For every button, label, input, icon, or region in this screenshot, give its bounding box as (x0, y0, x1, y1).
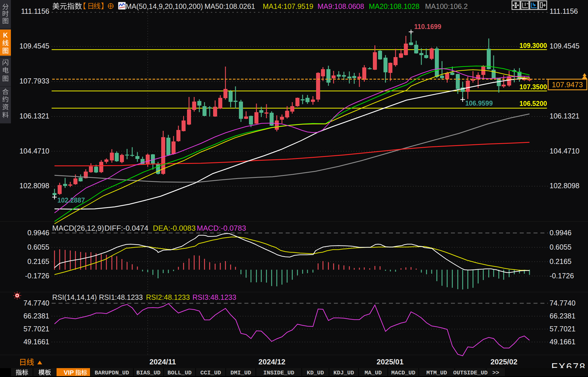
svg-text:MA50:108.0261: MA50:108.0261 (205, 2, 255, 10)
svg-text:RSI(14,14,14): RSI(14,14,14) (52, 293, 97, 301)
svg-text:RSI3:48.1233: RSI3:48.1233 (192, 293, 236, 301)
svg-text:0.6055: 0.6055 (28, 243, 49, 251)
svg-text:0.6055: 0.6055 (550, 243, 571, 251)
svg-text:RSI1:48.1233: RSI1:48.1233 (99, 293, 143, 301)
svg-text:MA_UD: MA_UD (365, 370, 382, 376)
svg-text:49.1661: 49.1661 (550, 338, 575, 346)
svg-text:106.9599: 106.9599 (465, 100, 493, 107)
svg-text:49.1661: 49.1661 (24, 338, 49, 346)
svg-text:K: K (3, 32, 8, 39)
svg-text:0.9946: 0.9946 (28, 229, 49, 237)
svg-text:2025/01: 2025/01 (377, 357, 404, 366)
svg-text:MA9:108.0608: MA9:108.0608 (318, 2, 364, 10)
svg-text:KD_UD: KD_UD (307, 370, 324, 376)
svg-text:106.1321: 106.1321 (20, 112, 49, 120)
svg-text:109.4545: 109.4545 (550, 42, 579, 50)
svg-text:107.7933: 107.7933 (20, 77, 49, 85)
svg-text:111.1156: 111.1156 (550, 7, 578, 15)
svg-text:110.1699: 110.1699 (414, 23, 441, 30)
svg-text:109.4545: 109.4545 (20, 42, 49, 50)
svg-text:106.1321: 106.1321 (550, 112, 579, 120)
svg-text:BIAS_UD: BIAS_UD (136, 370, 160, 376)
svg-text:106.5200: 106.5200 (519, 100, 547, 107)
svg-text:-0.1726: -0.1726 (550, 272, 574, 280)
svg-text:MACD:-0.0783: MACD:-0.0783 (197, 224, 246, 232)
svg-text:0.2165: 0.2165 (550, 257, 571, 265)
svg-text:MACD(26,12,9): MACD(26,12,9) (52, 224, 104, 232)
svg-text:2024/12: 2024/12 (258, 357, 285, 366)
svg-text:74.7740: 74.7740 (24, 299, 49, 307)
svg-text:0.2165: 0.2165 (28, 257, 49, 265)
svg-text:CCI_UD: CCI_UD (200, 370, 221, 376)
svg-text:102.2887: 102.2887 (57, 197, 85, 204)
svg-text:MA14:107.9519: MA14:107.9519 (263, 2, 314, 10)
svg-text:57.7021: 57.7021 (24, 325, 49, 333)
svg-text:104.4710: 104.4710 (20, 147, 49, 155)
svg-text:RSI2:48.1233: RSI2:48.1233 (146, 293, 190, 301)
svg-text:102.8098: 102.8098 (20, 182, 49, 190)
svg-text:57.7021: 57.7021 (550, 325, 575, 333)
svg-text:66.2381: 66.2381 (550, 312, 575, 320)
svg-text:>>: >> (492, 370, 499, 376)
svg-text:102.8098: 102.8098 (550, 182, 579, 190)
svg-text:MTM_UD: MTM_UD (426, 370, 447, 376)
svg-text:0.9946: 0.9946 (550, 229, 571, 237)
svg-text:BARUPDN_UD: BARUPDN_UD (95, 370, 129, 376)
svg-text:109.3000: 109.3000 (519, 42, 547, 49)
svg-text:INSIDE_UD: INSIDE_UD (263, 370, 294, 376)
svg-text:107.3500: 107.3500 (519, 83, 547, 91)
svg-text:66.2381: 66.2381 (24, 312, 49, 320)
svg-text:MACD_UD: MACD_UD (391, 370, 415, 376)
svg-text:MA20:108.1028: MA20:108.1028 (369, 2, 420, 10)
svg-text:MA100:106.2: MA100:106.2 (425, 2, 468, 10)
svg-text:104.4710: 104.4710 (550, 147, 579, 155)
svg-text:KDJ_UD: KDJ_UD (333, 370, 354, 376)
svg-text:DMI_UD: DMI_UD (230, 370, 251, 376)
svg-text:DEA:-0.0083: DEA:-0.0083 (153, 224, 196, 232)
svg-text:107.9473: 107.9473 (552, 80, 583, 89)
svg-text:VIP: VIP (64, 369, 74, 376)
svg-text:MA(50,14,9,20,100,200): MA(50,14,9,20,100,200) (126, 2, 203, 10)
svg-text:DIFF:-0.0474: DIFF:-0.0474 (104, 224, 148, 232)
svg-text:2024/11: 2024/11 (149, 357, 176, 366)
svg-text:111.1156: 111.1156 (21, 7, 49, 15)
svg-text:BOLL_UD: BOLL_UD (168, 370, 192, 376)
svg-text:74.7740: 74.7740 (550, 299, 575, 307)
svg-text:-0.1726: -0.1726 (25, 272, 49, 280)
svg-text:OUTSIDE_UD: OUTSIDE_UD (453, 370, 488, 376)
svg-text:2025/02: 2025/02 (490, 357, 517, 366)
